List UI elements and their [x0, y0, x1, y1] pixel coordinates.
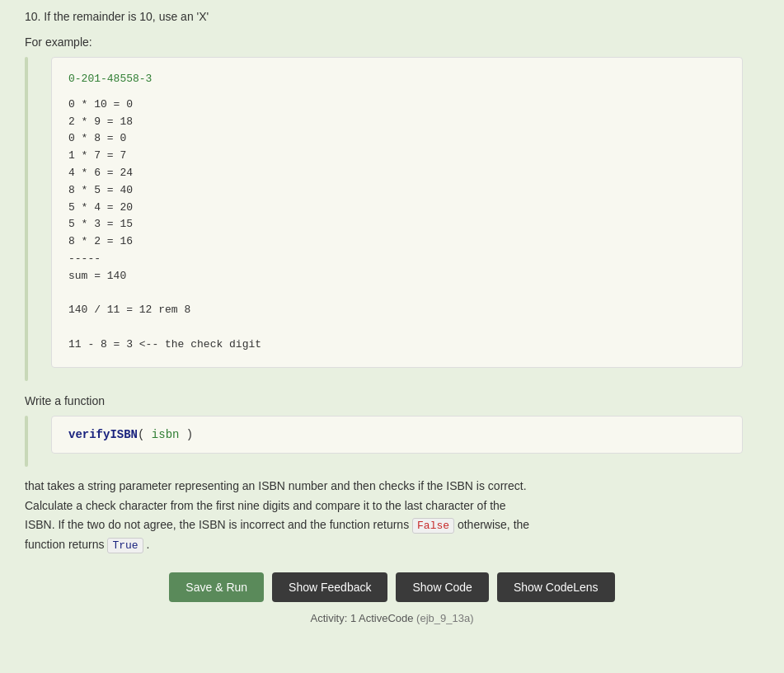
- function-signature-block: verifyISBN( isbn ): [51, 416, 743, 454]
- blank-line-2: [68, 319, 725, 336]
- rule-10-text: 10. If the remainder is 10, use an 'X': [25, 8, 759, 26]
- isbn-number: 0-201-48558-3: [68, 71, 725, 88]
- example-code-block: 0-201-48558-3 0 * 10 = 0 2 * 9 = 18 0 * …: [51, 57, 743, 368]
- left-accent-bar-2: [25, 416, 28, 467]
- description-block: that takes a string parameter representi…: [25, 477, 759, 556]
- example-section: 0-201-48558-3 0 * 10 = 0 2 * 9 = 18 0 * …: [25, 57, 759, 381]
- show-codelens-button[interactable]: Show CodeLens: [497, 572, 615, 602]
- false-code: False: [412, 518, 454, 534]
- check-digit-line: 11 - 8 = 3 <-- the check digit: [68, 336, 725, 354]
- desc-line-1: that takes a string parameter representi…: [25, 479, 527, 492]
- left-accent-bar: [25, 57, 28, 381]
- calc-line-6: 8 * 5 = 40: [68, 182, 725, 200]
- divider-line: -----: [68, 251, 725, 268]
- division-line: 140 / 11 = 12 rem 8: [68, 302, 725, 319]
- desc-line-4-end: .: [143, 538, 150, 551]
- show-code-button[interactable]: Show Code: [396, 572, 488, 602]
- sum-line: sum = 140: [68, 268, 725, 285]
- fn-name: verifyISBN: [68, 428, 138, 441]
- calc-line-8: 5 * 3 = 15: [68, 216, 725, 233]
- calc-line-7: 5 * 4 = 20: [68, 200, 725, 217]
- fn-param: isbn: [152, 428, 180, 441]
- button-row: Save & Run Show Feedback Show Code Show …: [25, 572, 759, 602]
- for-example-label: For example:: [25, 35, 759, 49]
- blank-line-1: [68, 285, 725, 303]
- activity-id: (ejb_9_13a): [416, 612, 473, 624]
- calc-line-1: 0 * 10 = 0: [68, 96, 725, 114]
- activity-label: Activity: 1 ActiveCode: [310, 612, 413, 624]
- calc-line-4: 1 * 7 = 7: [68, 148, 725, 165]
- fn-paren-close: ): [186, 428, 193, 441]
- desc-line-3-pre: ISBN. If the two do not agree, the ISBN …: [25, 518, 412, 531]
- write-function-label: Write a function: [25, 394, 759, 407]
- true-code: True: [107, 538, 143, 553]
- show-feedback-button[interactable]: Show Feedback: [272, 572, 387, 602]
- save-run-button[interactable]: Save & Run: [169, 572, 264, 602]
- calc-line-5: 4 * 6 = 24: [68, 165, 725, 182]
- function-section: verifyISBN( isbn ): [25, 416, 759, 467]
- function-sig: verifyISBN( isbn ): [68, 428, 193, 441]
- calc-line-9: 8 * 2 = 16: [68, 233, 725, 251]
- calc-line-3: 0 * 8 = 0: [68, 130, 725, 148]
- activity-row: Activity: 1 ActiveCode (ejb_9_13a): [25, 612, 759, 624]
- desc-line-4-pre: function returns: [25, 538, 107, 551]
- fn-paren-open: (: [138, 428, 144, 441]
- desc-line-3-mid: otherwise, the: [454, 518, 529, 531]
- calc-line-2: 2 * 9 = 18: [68, 114, 725, 131]
- desc-line-2: Calculate a check character from the fir…: [25, 499, 506, 512]
